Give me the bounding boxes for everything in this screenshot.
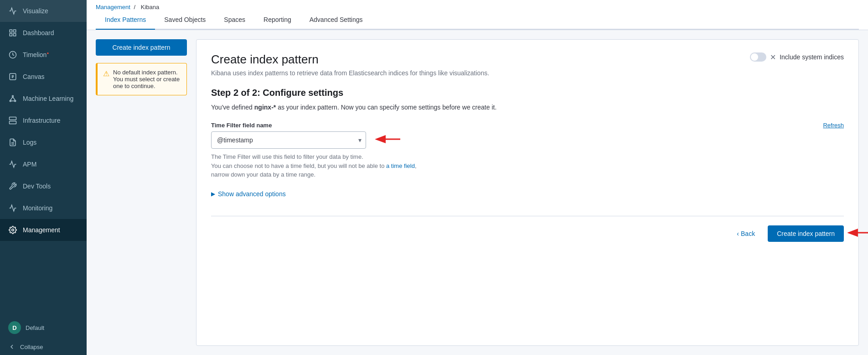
sidebar-item-monitoring[interactable]: Monitoring xyxy=(0,197,87,219)
svg-rect-0 xyxy=(10,30,12,32)
svg-point-18 xyxy=(12,229,14,231)
monitoring-icon xyxy=(8,204,17,213)
sidebar-item-logs[interactable]: Logs xyxy=(0,131,87,153)
devtools-icon xyxy=(8,182,17,191)
sidebar-item-label: Visualize xyxy=(23,7,48,15)
show-advanced-options[interactable]: ▶ Show advanced options xyxy=(211,190,844,198)
ml-icon xyxy=(8,94,17,103)
sidebar-item-label: Machine Learning xyxy=(23,95,73,102)
breadcrumb: Management / Kibana xyxy=(96,0,859,10)
card-header: Create index pattern Kibana uses index p… xyxy=(211,52,844,77)
sidebar-item-label: Logs xyxy=(23,139,36,146)
main-area: Management / Kibana Index Patterns Saved… xyxy=(87,0,868,355)
sidebar-item-label: Dev Tools xyxy=(23,183,51,190)
warning-text: No default index pattern. You must selec… xyxy=(113,69,181,89)
create-index-pattern-sidebar-button[interactable]: Create index pattern xyxy=(96,39,187,56)
sidebar-item-timelion[interactable]: Timelion● xyxy=(0,44,87,66)
tab-advanced-settings[interactable]: Advanced Settings xyxy=(300,10,372,30)
infra-icon xyxy=(8,116,17,125)
tab-spaces[interactable]: Spaces xyxy=(215,10,254,30)
sidebar-item-label: Dashboard xyxy=(23,29,54,37)
tab-index-patterns[interactable]: Index Patterns xyxy=(96,10,155,30)
timestamp-select[interactable]: @timestamp No date field xyxy=(211,131,366,149)
sidebar-item-apm[interactable]: APM xyxy=(0,153,87,175)
svg-line-10 xyxy=(13,97,15,100)
sidebar-item-label: APM xyxy=(23,161,36,168)
tab-saved-objects[interactable]: Saved Objects xyxy=(155,10,215,30)
sidebar-item-label: Canvas xyxy=(23,73,44,80)
svg-rect-1 xyxy=(14,30,16,32)
canvas-icon xyxy=(8,72,17,81)
field-hint: The Time Filter will use this field to f… xyxy=(211,152,439,179)
system-indices-toggle-switch[interactable] xyxy=(750,52,766,62)
dashboard-icon xyxy=(8,28,17,37)
warning-icon: ⚠ xyxy=(103,69,109,89)
timestamp-dropdown-container: @timestamp No date field ▾ xyxy=(211,131,366,149)
card-title: Create index pattern xyxy=(211,52,489,67)
svg-rect-2 xyxy=(10,34,12,36)
step-description: You've defined nginx-* as your index pat… xyxy=(211,104,844,111)
user-section: D Default xyxy=(0,317,87,339)
create-index-pattern-button[interactable]: Create index pattern xyxy=(768,225,844,242)
left-panel: Create index pattern ⚠ No default index … xyxy=(96,39,187,346)
management-icon xyxy=(8,225,17,235)
topbar: Management / Kibana Index Patterns Saved… xyxy=(87,0,868,30)
main-card: Create index pattern Kibana uses index p… xyxy=(196,39,859,346)
svg-rect-13 xyxy=(10,121,16,124)
svg-point-6 xyxy=(12,95,14,97)
sidebar-item-dev-tools[interactable]: Dev Tools xyxy=(0,175,87,197)
breadcrumb-kibana: Kibana xyxy=(141,4,159,10)
show-advanced-label: Show advanced options xyxy=(218,190,286,198)
time-field-link[interactable]: a time field xyxy=(386,162,415,169)
sidebar-item-label: Timelion● xyxy=(23,51,49,58)
svg-line-9 xyxy=(10,97,13,100)
system-indices-toggle[interactable]: ✕ Include system indices xyxy=(750,52,844,62)
visualize-icon xyxy=(8,6,17,16)
system-indices-close-icon[interactable]: ✕ xyxy=(770,53,776,62)
step-title: Step 2 of 2: Configure settings xyxy=(211,88,844,98)
sidebar-item-label: Monitoring xyxy=(23,204,52,212)
red-arrow-create-button xyxy=(847,227,868,240)
sidebar: Visualize Dashboard Timelion● Canvas Mac… xyxy=(0,0,87,355)
card-footer: ‹ Back Create index pattern xyxy=(211,216,844,242)
svg-rect-12 xyxy=(10,117,16,120)
back-chevron-icon: ‹ xyxy=(737,230,739,237)
chevron-right-icon: ▶ xyxy=(211,191,215,197)
refresh-link[interactable]: Refresh xyxy=(823,122,844,129)
sidebar-item-infrastructure[interactable]: Infrastructure xyxy=(0,110,87,131)
collapse-button[interactable]: Collapse xyxy=(0,339,87,355)
sidebar-item-visualize[interactable]: Visualize xyxy=(0,0,87,22)
sidebar-item-canvas[interactable]: Canvas xyxy=(0,66,87,88)
sidebar-item-dashboard[interactable]: Dashboard xyxy=(0,22,87,44)
system-indices-label: Include system indices xyxy=(780,53,844,61)
apm-icon xyxy=(8,160,17,169)
card-subtitle: Kibana uses index patterns to retrieve d… xyxy=(211,69,489,77)
sidebar-item-label: Management xyxy=(23,226,60,234)
avatar: D xyxy=(8,321,21,334)
svg-rect-3 xyxy=(14,34,16,36)
step-content: Step 2 of 2: Configure settings You've d… xyxy=(211,88,844,198)
warning-box: ⚠ No default index pattern. You must sel… xyxy=(96,63,187,95)
content-area: Create index pattern ⚠ No default index … xyxy=(87,30,868,355)
timelion-icon xyxy=(8,50,17,59)
collapse-label: Collapse xyxy=(20,344,43,350)
sidebar-item-label: Infrastructure xyxy=(23,117,60,124)
time-filter-label: Time Filter field name xyxy=(211,122,272,129)
username: Default xyxy=(26,324,44,331)
nav-tabs: Index Patterns Saved Objects Spaces Repo… xyxy=(96,10,859,30)
breadcrumb-management[interactable]: Management xyxy=(96,4,130,10)
back-button[interactable]: ‹ Back xyxy=(731,226,760,241)
logs-icon xyxy=(8,138,17,147)
tab-reporting[interactable]: Reporting xyxy=(254,10,300,30)
sidebar-item-machine-learning[interactable]: Machine Learning xyxy=(0,88,87,110)
index-pattern-value: nginx-* xyxy=(254,104,276,111)
field-label-row: Time Filter field name Refresh xyxy=(211,122,844,129)
red-arrow-dropdown xyxy=(375,134,403,146)
sidebar-item-management[interactable]: Management xyxy=(0,219,87,241)
timestamp-dropdown-wrap: @timestamp No date field ▾ xyxy=(211,131,366,149)
